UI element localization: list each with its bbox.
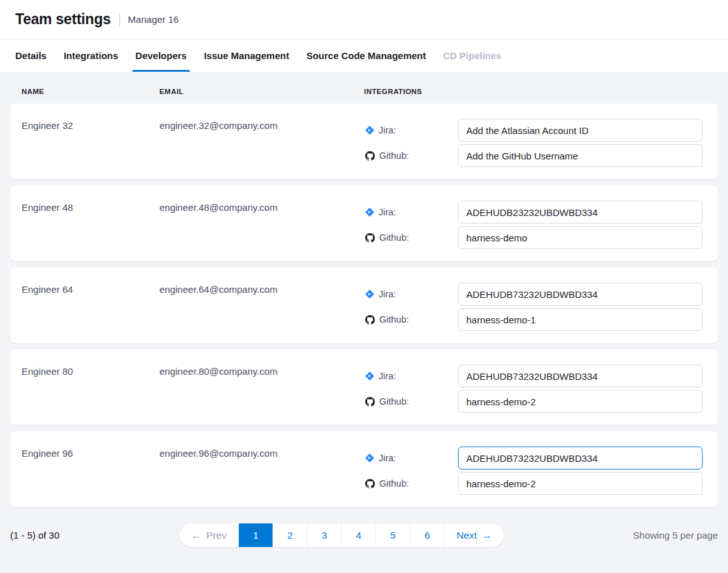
jira-input[interactable] [458,447,703,469]
table-row: Engineer 48 engineer.48@company.com Jira… [10,185,718,261]
page-title: Team settings [15,11,111,28]
developer-email: engineer.80@company.com [159,365,364,415]
jira-input[interactable] [458,201,703,224]
page-subtitle: Manager 16 [128,14,179,25]
integrations-cell: Jira: Github: [364,201,703,252]
developer-email: engineer.48@company.com [159,201,364,252]
pagination-bar: (1 - 5) of 30 ← Prev 1 2 3 4 5 6 Next → … [10,523,718,547]
developer-name: Engineer 32 [22,119,159,170]
jira-icon [365,454,374,462]
jira-input[interactable] [458,119,703,142]
tab-details[interactable]: Details [15,39,46,72]
prev-page-button[interactable]: ← Prev [180,523,239,547]
jira-label: Jira: [364,453,458,463]
tab-source-code-management[interactable]: Source Code Management [306,39,426,72]
column-header-integrations: INTEGRATIONS [364,88,703,95]
arrow-right-icon: → [482,530,492,541]
tab-cd-pipelines: CD Pipelines [443,39,502,72]
github-label: Github: [364,314,458,325]
table-row: Engineer 32 engineer.32@company.com Jira… [10,104,718,179]
github-label: Github: [364,151,458,161]
developer-name: Engineer 64 [22,283,159,334]
github-input[interactable] [458,226,703,249]
page-button-3[interactable]: 3 [307,523,342,547]
title-divider [119,13,120,26]
github-label: Github: [364,233,458,243]
developers-panel: NAME EMAIL INTEGRATIONS Engineer 32 engi… [0,72,728,573]
jira-input[interactable] [458,283,703,306]
integrations-cell: Jira: Github: [364,283,703,334]
integrations-cell: Jira: Github: [364,447,703,497]
per-page-label: Showing 5 per page [633,530,718,541]
page-button-5[interactable]: 5 [376,523,410,547]
arrow-left-icon: ← [191,530,201,541]
table-row: Engineer 80 engineer.80@company.com Jira… [10,349,718,425]
github-input[interactable] [458,308,703,331]
jira-label: Jira: [364,207,458,217]
page-button-6[interactable]: 6 [410,523,445,547]
jira-input[interactable] [458,365,703,388]
github-icon [365,233,375,243]
developer-email: engineer.64@company.com [159,283,364,334]
developer-email: engineer.32@company.com [159,119,364,170]
jira-icon [365,208,374,217]
page-header: Team settings Manager 16 [0,0,728,39]
page-button-4[interactable]: 4 [342,523,376,547]
column-header-email: EMAIL [159,88,364,95]
github-label: Github: [364,478,458,489]
github-input[interactable] [458,472,703,495]
github-icon [365,151,375,161]
jira-label: Jira: [364,371,458,381]
developer-email: engineer.96@company.com [159,447,364,497]
github-label: Github: [364,396,458,407]
pagination-range: (1 - 5) of 30 [10,530,180,541]
page-button-1[interactable]: 1 [239,523,273,547]
tab-developers[interactable]: Developers [135,39,187,72]
page-button-2[interactable]: 2 [273,523,307,547]
next-page-button[interactable]: Next → [445,523,504,547]
developer-name: Engineer 80 [22,365,159,415]
tab-issue-management[interactable]: Issue Management [204,39,289,72]
jira-icon [365,372,374,381]
pager: ← Prev 1 2 3 4 5 6 Next → [180,523,504,547]
github-input[interactable] [458,390,703,413]
developer-name: Engineer 96 [22,447,159,497]
jira-label: Jira: [364,125,458,135]
jira-icon [365,290,374,299]
github-icon [365,397,375,407]
integrations-cell: Jira: Github: [364,365,703,415]
table-row: Engineer 64 engineer.64@company.com Jira… [10,267,718,343]
table-row: Engineer 96 engineer.96@company.com Jira… [10,431,718,507]
jira-icon [365,126,374,135]
tab-bar: Details Integrations Developers Issue Ma… [0,39,728,72]
tab-integrations[interactable]: Integrations [64,39,118,72]
table-header-row: NAME EMAIL INTEGRATIONS [10,72,718,104]
developer-name: Engineer 48 [22,201,159,252]
jira-label: Jira: [364,289,458,299]
github-input[interactable] [458,144,703,167]
integrations-cell: Jira: Github: [364,119,703,170]
github-icon [365,479,375,489]
github-icon [365,315,375,325]
column-header-name: NAME [22,88,159,95]
